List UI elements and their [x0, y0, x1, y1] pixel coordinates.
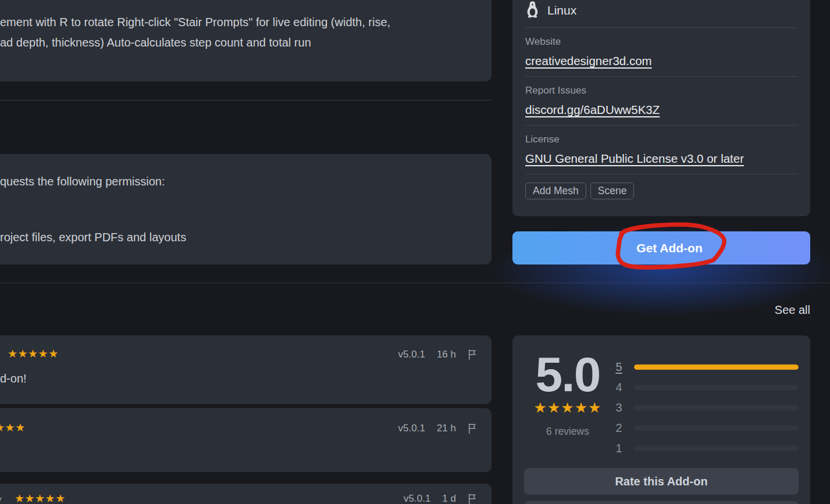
- review-age: 1 d: [442, 493, 456, 504]
- review-version: v5.0.1: [398, 423, 425, 434]
- histogram-row: 5: [612, 357, 799, 377]
- score-block: 5.0 ★★★★★ 6 reviews: [524, 335, 611, 438]
- review-stars: ★★★★★: [15, 492, 66, 504]
- platform-row: Linux: [525, 0, 797, 20]
- divider: [525, 27, 797, 28]
- review-age: 21 h: [437, 423, 456, 434]
- divider: [525, 125, 797, 126]
- histogram-label-2: 2: [612, 421, 625, 435]
- rating-score: 5.0: [524, 349, 611, 399]
- review-stars: ★★★★★: [8, 347, 59, 360]
- description-card: ement with R to rotate Right-click "Stai…: [0, 0, 491, 81]
- website-label: Website: [525, 36, 797, 48]
- tag-scene[interactable]: Scene: [590, 183, 635, 199]
- review-row: y ★★★★★ v5.0.1 1 d: [0, 484, 491, 504]
- linux-tux-icon: [525, 1, 540, 20]
- histogram-bar: [634, 364, 799, 370]
- review-meta: v5.0.1 1 d: [404, 492, 478, 504]
- histogram-row: 4: [612, 377, 799, 398]
- histogram-row: 1: [612, 438, 799, 459]
- flag-icon[interactable]: [466, 348, 478, 360]
- divider: [525, 174, 797, 174]
- review-stars: ★★★★★: [0, 421, 26, 434]
- rating-histogram: 5 4 3 2 1: [612, 357, 799, 459]
- license-label: License: [525, 134, 797, 145]
- review-meta: v5.0.1 16 h: [398, 348, 478, 360]
- histogram-label-4: 4: [612, 381, 625, 394]
- section-divider: [0, 100, 491, 101]
- description-text-line1: ement with R to rotate Right-click "Stai…: [0, 16, 390, 29]
- flag-icon[interactable]: [466, 422, 478, 434]
- histogram-label-5[interactable]: 5: [612, 360, 625, 374]
- permissions-card: quests the following permission: roject …: [0, 154, 491, 264]
- review-meta: v5.0.1 21 h: [398, 422, 478, 434]
- reviews-count: 6 reviews: [524, 426, 611, 438]
- website-link[interactable]: creativedesigner3d.com: [525, 53, 652, 69]
- review-version: v5.0.1: [404, 493, 430, 504]
- get-addon-button[interactable]: Get Add-on: [512, 231, 810, 264]
- partial-button[interactable]: [524, 501, 799, 504]
- tag-add-mesh[interactable]: Add Mesh: [525, 183, 586, 199]
- flag-icon[interactable]: [466, 492, 478, 504]
- description-text-line2: ad depth, thickness) Auto-calculates ste…: [0, 36, 311, 49]
- histogram-label-3: 3: [612, 401, 625, 414]
- histogram-bar: [634, 405, 799, 410]
- permissions-intro-text: quests the following permission:: [0, 175, 165, 188]
- platform-label: Linux: [547, 3, 576, 17]
- histogram-bar: [634, 426, 799, 431]
- rate-addon-button[interactable]: Rate this Add-on: [524, 468, 799, 495]
- review-row: ★★★★★ v5.0.1 21 h: [0, 408, 491, 472]
- review-age: 16 h: [437, 349, 456, 360]
- rating-stars: ★★★★★: [524, 399, 611, 416]
- histogram-row: 2: [612, 418, 799, 438]
- extension-detail-page: ement with R to rotate Right-click "Stai…: [0, 0, 830, 504]
- cut-text-fragment: y: [0, 494, 2, 504]
- review-text: d-on!: [0, 372, 27, 385]
- rating-summary-card: 5.0 ★★★★★ 6 reviews 5 4 3 2 1: [512, 335, 810, 504]
- permissions-detail-text: roject files, export PDFs and layouts: [0, 231, 186, 244]
- histogram-bar: [634, 385, 799, 390]
- tag-row: Add Mesh Scene: [525, 183, 797, 199]
- histogram-bar: [634, 446, 799, 451]
- addon-info-card: Linux Website creativedesigner3d.com Rep…: [512, 0, 810, 216]
- review-row: ★★★★★ d-on! v5.0.1 16 h: [0, 335, 491, 404]
- report-issues-label: Report Issues: [525, 85, 797, 96]
- report-issues-link[interactable]: discord.gg/6aDUww5K3Z: [525, 102, 660, 117]
- divider: [525, 76, 797, 77]
- histogram-label-1: 1: [612, 442, 625, 455]
- license-link[interactable]: GNU General Public License v3.0 or later: [525, 151, 744, 166]
- review-version: v5.0.1: [398, 349, 425, 360]
- histogram-row: 3: [612, 398, 799, 418]
